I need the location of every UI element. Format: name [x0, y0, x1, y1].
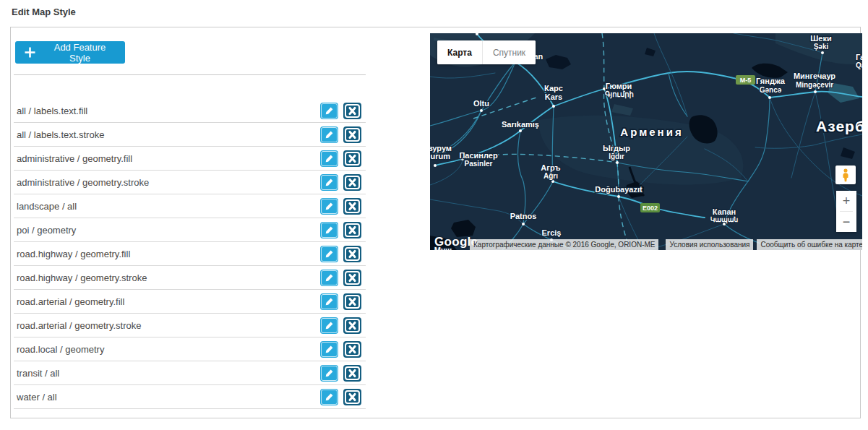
- x-icon: [343, 270, 361, 286]
- report-error-link[interactable]: Сообщить об ошибке на карте: [757, 239, 862, 250]
- delete-style-button[interactable]: [343, 198, 361, 215]
- attribution-data: Картографические данные © 2016 Google, O…: [470, 239, 658, 250]
- edit-style-button[interactable]: [320, 270, 338, 286]
- x-icon: [343, 222, 361, 238]
- route-badge-e002: E002: [643, 205, 658, 212]
- map-type-map-button[interactable]: Карта: [437, 40, 482, 64]
- delete-style-button[interactable]: [343, 270, 361, 286]
- zoom-control: + −: [836, 191, 856, 232]
- delete-style-button[interactable]: [343, 174, 361, 191]
- row-actions: [320, 341, 361, 358]
- route-badge-m5: M-5: [740, 77, 752, 84]
- street-view-pegman-button[interactable]: [835, 165, 856, 184]
- edit-style-button[interactable]: [320, 293, 338, 310]
- edit-style-button[interactable]: [320, 103, 338, 119]
- delete-style-button[interactable]: [343, 150, 361, 167]
- map-label-qazax-ru: Га: [856, 53, 862, 61]
- delete-style-button[interactable]: [343, 222, 361, 238]
- feature-style-label: water / all: [17, 392, 57, 403]
- edit-style-button[interactable]: [320, 389, 338, 405]
- map-canvas: M-5 E002 Ardahan Карс Kars Гюмри: [430, 33, 862, 250]
- map-label-sarikamis: Sarıkamış: [502, 120, 539, 129]
- feature-style-row: all / labels.text.fill: [14, 99, 366, 123]
- edit-style-button[interactable]: [320, 341, 338, 358]
- edit-style-button[interactable]: [320, 174, 338, 191]
- x-icon: [343, 389, 361, 405]
- delete-style-button[interactable]: [343, 246, 361, 262]
- edit-style-button[interactable]: [320, 317, 338, 334]
- feature-style-label: all / labels.text.fill: [17, 106, 87, 116]
- row-actions: [320, 270, 361, 286]
- delete-style-button[interactable]: [343, 341, 361, 358]
- row-actions: [320, 246, 361, 262]
- map-label-ercis: Erciş: [542, 228, 562, 237]
- pencil-icon: [325, 392, 334, 402]
- delete-style-button[interactable]: [343, 103, 361, 119]
- edit-style-button[interactable]: [320, 150, 338, 167]
- map-label-patnos: Patnos: [510, 212, 537, 220]
- feature-style-row: road.arterial / geometry.stroke: [14, 314, 366, 337]
- x-icon: [343, 341, 361, 358]
- delete-style-button[interactable]: [343, 317, 361, 334]
- page-title: Edit Map Style: [12, 7, 76, 17]
- map-label-armenia: Армения: [620, 126, 683, 138]
- map-label-igdir-ru: Ыгдыр: [603, 144, 630, 152]
- map-label-pasinler-ru: Пасинлер: [459, 151, 498, 160]
- map-label-erzurum-tr: urum: [431, 152, 451, 160]
- delete-style-button[interactable]: [343, 389, 361, 405]
- pencil-icon: [325, 321, 334, 330]
- plus-icon: [24, 46, 36, 59]
- pencil-icon: [325, 130, 334, 139]
- map-attribution: Картографические данные © 2016 Google, O…: [470, 239, 862, 250]
- map-label-mingachevir-az: Mingəçevir: [796, 81, 833, 89]
- map-label-sheki-ru: Шеки: [810, 34, 831, 43]
- map-label-mingachevir-ru: Мингечаур: [794, 72, 835, 80]
- row-actions: [320, 293, 361, 310]
- add-feature-style-button[interactable]: Add Feature Style: [15, 41, 125, 64]
- x-icon: [343, 150, 361, 167]
- add-button-label: Add Feature Style: [43, 42, 116, 64]
- map-label-ganja-az: Gəncə: [760, 86, 782, 94]
- edit-style-button[interactable]: [320, 246, 338, 262]
- zoom-in-button[interactable]: +: [836, 191, 856, 211]
- pencil-icon: [325, 297, 334, 306]
- feature-style-label: road.highway / geometry.stroke: [17, 272, 147, 283]
- map-label-ganja-ru: Гянджа: [756, 77, 786, 85]
- row-actions: [320, 317, 361, 334]
- map-label-kars: Kars: [545, 93, 562, 101]
- pegman-icon: [839, 168, 852, 182]
- pencil-icon: [325, 154, 334, 163]
- x-icon: [343, 293, 361, 310]
- feature-style-label: road.arterial / geometry.stroke: [17, 320, 141, 331]
- map-label-kapan-ru: Капан: [713, 207, 736, 216]
- map-type-satellite-button[interactable]: Спутник: [482, 40, 536, 64]
- feature-style-row: road.arterial / geometry.fill: [14, 290, 366, 314]
- map-preview[interactable]: M-5 E002 Ardahan Карс Kars Гюмри: [430, 33, 862, 250]
- edit-style-button[interactable]: [320, 365, 338, 382]
- row-actions: [320, 389, 361, 405]
- map-label-gyumri-ru: Гюмри: [606, 82, 632, 90]
- feature-style-list: all / labels.text.fill all / labels.text…: [14, 99, 366, 409]
- edit-style-button[interactable]: [320, 198, 338, 215]
- pencil-icon: [325, 369, 334, 378]
- delete-style-button[interactable]: [343, 293, 361, 310]
- map-label-kapan-hy: Կապան: [710, 216, 739, 224]
- edit-style-button[interactable]: [320, 126, 338, 143]
- feature-style-label: landscape / all: [17, 201, 77, 212]
- feature-style-label: all / labels.text.stroke: [17, 129, 104, 140]
- map-label-agri-ru: Агръ: [541, 163, 560, 172]
- divider: [14, 74, 366, 75]
- delete-style-button[interactable]: [343, 365, 361, 382]
- edit-style-button[interactable]: [320, 222, 338, 238]
- terms-of-use-link[interactable]: Условия использования: [666, 239, 753, 250]
- feature-style-row: poi / geometry: [14, 218, 366, 242]
- map-label-gyumri-hy: Գյումրի: [605, 90, 634, 99]
- zoom-out-button[interactable]: −: [836, 212, 856, 232]
- row-actions: [320, 174, 361, 191]
- delete-style-button[interactable]: [343, 126, 361, 143]
- x-icon: [343, 198, 361, 215]
- pencil-icon: [325, 249, 334, 259]
- feature-style-label: road.arterial / geometry.fill: [17, 296, 124, 307]
- row-actions: [320, 103, 361, 119]
- row-actions: [320, 365, 361, 382]
